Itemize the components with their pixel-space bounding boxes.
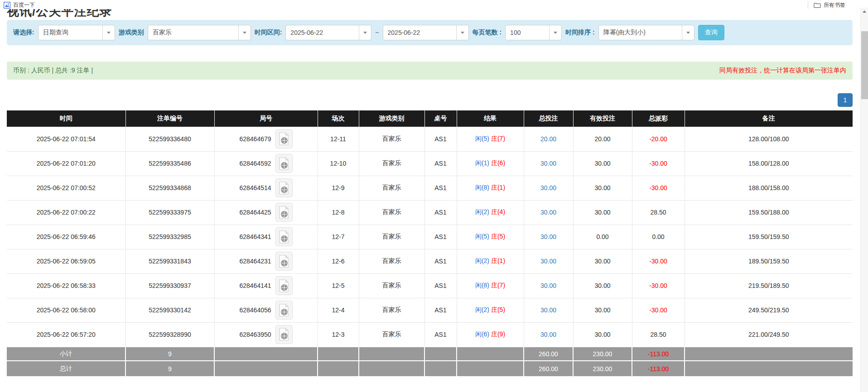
table-row: 2025-06-22 07:00:22 522599333975 6284644… — [7, 200, 853, 225]
cell-result: 闲(5) 庄(5) — [457, 225, 524, 249]
header-payout: 总派彩 — [632, 110, 685, 127]
cell-result: 闲(1) 庄(6) — [457, 151, 524, 176]
cell-remark: 219.50/189.50 — [685, 273, 853, 298]
cell-game: 百家乐 — [359, 225, 424, 249]
video-replay-button[interactable] — [275, 203, 293, 222]
cell-valid-bet: 30.00 — [573, 298, 632, 322]
all-bookmarks-button[interactable]: 所有书签 — [814, 1, 845, 9]
subtotal-valid-bet: 230.00 — [573, 347, 632, 361]
cell-payout: -30.00 — [632, 249, 685, 273]
cell-valid-bet: 30.00 — [573, 273, 632, 298]
date-from-value: 2025-06-22 — [286, 29, 359, 36]
table-row: 2025-06-22 06:59:05 522599331843 6284642… — [7, 249, 853, 273]
video-replay-button[interactable] — [275, 301, 293, 320]
cell-bet-id: 522599330142 — [125, 298, 214, 322]
result-banker: 庄(5) — [491, 306, 505, 313]
bookmarks-separator — [808, 1, 808, 9]
currency-total-text: 币别 : 人民币 | 总共 :9 注单 | — [13, 67, 93, 75]
cell-game: 百家乐 — [359, 127, 424, 151]
cell-valid-bet: 0.00 — [573, 225, 632, 249]
page-1-button[interactable]: 1 — [838, 93, 853, 107]
date-from-select[interactable]: 2025-06-22 — [285, 25, 371, 40]
scrollbar-thumb[interactable] — [861, 31, 868, 99]
bookmark-baidu[interactable]: 百度一下 — [4, 1, 35, 9]
video-file-icon — [278, 328, 289, 341]
cell-table-no: AS1 — [424, 249, 457, 273]
result-player: 闲(1) — [475, 159, 489, 167]
header-bet-id: 注单编号 — [125, 110, 214, 127]
video-replay-button[interactable] — [275, 227, 293, 246]
video-replay-button[interactable] — [275, 178, 293, 197]
cell-table-no: AS1 — [424, 176, 457, 200]
cell-payout: -30.00 — [632, 151, 685, 176]
video-replay-button[interactable] — [275, 252, 293, 271]
cell-total-bet[interactable]: 30.00 — [524, 298, 573, 322]
cell-session: 12-9 — [318, 176, 359, 200]
cell-total-bet[interactable]: 30.00 — [524, 273, 573, 298]
video-replay-button[interactable] — [275, 154, 293, 173]
video-file-icon — [278, 304, 289, 317]
time-range-label: 时间区间: — [255, 29, 282, 37]
cell-round-no: 628464425 — [239, 209, 271, 216]
cell-table-no: AS1 — [424, 151, 457, 176]
cell-result: 闲(2) 庄(5) — [457, 298, 524, 322]
cell-remark: 158.00/128.00 — [685, 151, 853, 176]
cell-table-no: AS1 — [424, 322, 457, 347]
cell-valid-bet: 30.00 — [573, 249, 632, 273]
date-range-tilde: ~ — [375, 29, 379, 36]
page-title-clip: 视讯/公关平注纪录 — [7, 9, 868, 20]
video-replay-button[interactable] — [275, 276, 293, 295]
cell-game: 百家乐 — [359, 176, 424, 200]
page-title: 视讯/公关平注纪录 — [7, 9, 868, 19]
header-result: 结果 — [457, 110, 524, 127]
cell-total-bet[interactable]: 30.00 — [524, 176, 573, 200]
cell-total-bet[interactable]: 30.00 — [524, 151, 573, 176]
cell-remark: 159.50/159.50 — [685, 225, 853, 249]
cell-round-no: 628464141 — [239, 282, 271, 289]
cell-round-no: 628463950 — [239, 331, 271, 338]
game-category-select[interactable]: 百家乐 — [148, 25, 251, 40]
video-replay-button[interactable] — [275, 129, 293, 148]
cell-remark: 221.00/249.50 — [685, 322, 853, 347]
scroll-up-arrow-icon[interactable] — [861, 8, 868, 15]
time-sort-select[interactable]: 降幂(由大到小) — [598, 25, 694, 40]
cell-total-bet[interactable]: 20.00 — [524, 127, 573, 151]
result-banker: 庄(1) — [491, 257, 505, 264]
cell-session: 12-8 — [318, 200, 359, 225]
date-to-select[interactable]: 2025-06-22 — [383, 25, 469, 40]
cell-time: 2025-06-22 06:57:20 — [7, 322, 125, 347]
page-size-select[interactable]: 100 — [505, 25, 562, 40]
video-file-icon — [278, 132, 289, 145]
grand-total-bet: 260.00 — [524, 361, 573, 377]
grand-total-row: 总计 9 260.00 230.00 -113.00 — [7, 361, 853, 377]
select-type-label: 请选择: — [13, 29, 34, 37]
video-replay-button[interactable] — [275, 325, 293, 344]
grand-valid-bet: 230.00 — [573, 361, 632, 377]
result-player: 闲(8) — [475, 282, 489, 289]
cell-round-no: 628464592 — [239, 160, 271, 167]
query-type-select[interactable]: 日期查询 — [38, 25, 115, 40]
table-row: 2025-06-22 07:00:52 522599334868 6284645… — [7, 176, 853, 200]
cell-session: 12-11 — [318, 127, 359, 151]
chevron-down-icon — [549, 25, 561, 40]
cell-total-bet[interactable]: 30.00 — [524, 225, 573, 249]
grand-total-count: 9 — [125, 361, 214, 377]
subtotal-label: 小计 — [7, 347, 125, 361]
cell-payout: 0.00 — [632, 225, 685, 249]
header-game-category: 游戏类别 — [359, 110, 424, 127]
vertical-scrollbar[interactable] — [860, 8, 868, 392]
cell-session: 12-7 — [318, 225, 359, 249]
header-table-no: 桌号 — [424, 110, 457, 127]
subtotal-count: 9 — [125, 347, 214, 361]
table-row: 2025-06-22 07:01:20 522599335486 6284645… — [7, 151, 853, 176]
cell-total-bet[interactable]: 30.00 — [524, 322, 573, 347]
cell-valid-bet: 20.00 — [573, 127, 632, 151]
cell-payout: -30.00 — [632, 176, 685, 200]
chevron-down-icon — [456, 25, 468, 40]
result-banker: 庄(7) — [491, 282, 505, 289]
cell-total-bet[interactable]: 30.00 — [524, 200, 573, 225]
table-row: 2025-06-22 06:58:33 522599330937 6284641… — [7, 273, 853, 298]
query-button[interactable]: 查询 — [698, 25, 724, 40]
cell-result: 闲(8) 庄(1) — [457, 176, 524, 200]
cell-total-bet[interactable]: 30.00 — [524, 249, 573, 273]
